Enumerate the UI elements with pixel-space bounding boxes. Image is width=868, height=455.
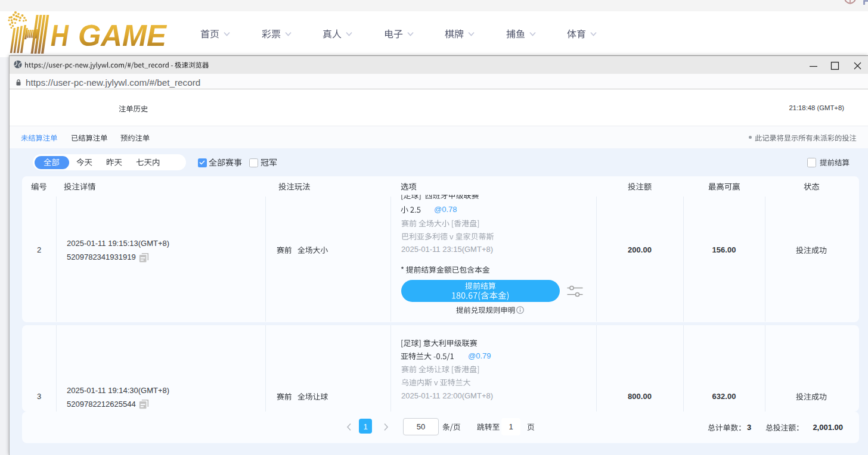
svg-text:H: H [51,19,69,52]
svg-text:GAME: GAME [78,19,168,52]
